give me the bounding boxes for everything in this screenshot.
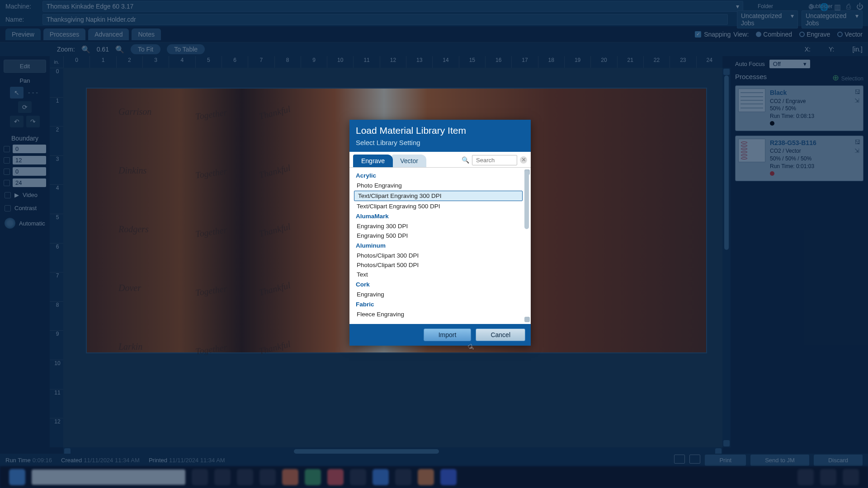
material-category: Cork — [353, 279, 527, 290]
list-scroll-down-icon[interactable] — [524, 317, 530, 322]
automatic-toggle[interactable]: Automatic — [4, 216, 46, 230]
processes-header: Processes — [735, 73, 767, 83]
zoom-in-icon[interactable]: 🔍 — [115, 45, 124, 54]
boundary-check-3[interactable] — [4, 180, 10, 186]
scroll-h-thumb[interactable] — [294, 449, 439, 454]
zoom-out-icon[interactable]: 🔍 — [81, 45, 90, 54]
boundary-input-1[interactable]: 12 — [13, 156, 46, 164]
window-controls: ⚙ 🌐 ▥ ⎙ ⏻ — [808, 3, 863, 11]
check-icon: ✓ — [695, 31, 701, 38]
process-card[interactable]: R238-G53-B116 CO2 / Vector 50% / 50% / 5… — [735, 136, 863, 181]
view-group: View: Combined Engrave Vector — [733, 31, 863, 38]
search-icon: 🔍 — [462, 156, 469, 164]
design-word: Together — [195, 225, 228, 239]
export-icon[interactable]: ⇲ — [854, 147, 860, 154]
search-clear-icon[interactable]: ✕ — [520, 156, 527, 164]
subfolder-select[interactable]: Uncategorized Jobs▾ — [802, 10, 863, 28]
search-input[interactable] — [472, 155, 517, 165]
process-thumb — [738, 89, 765, 112]
view-engrave[interactable]: Engrave — [799, 31, 830, 38]
design-word: Together — [195, 283, 228, 298]
folder-icon[interactable] — [689, 455, 700, 464]
process-name: Black — [770, 89, 814, 98]
zoom-to-fit[interactable]: To Fit — [131, 44, 160, 54]
scrollbar-vertical[interactable] — [722, 68, 731, 447]
list-scroll-thumb[interactable] — [524, 170, 529, 229]
tab-notes[interactable]: Notes — [132, 28, 161, 40]
print-button[interactable]: Print — [705, 455, 746, 466]
process-color-dot — [770, 121, 774, 126]
boundary-input-2[interactable]: 0 — [13, 167, 46, 176]
boundary-input-0[interactable]: 0 — [13, 145, 46, 153]
import-button[interactable]: Import — [424, 328, 472, 341]
design-word: Together — [195, 342, 228, 357]
modal-subtitle: Select Library Setting — [356, 139, 524, 146]
modal-tab-engrave[interactable]: Engrave — [353, 155, 393, 167]
material-item[interactable]: Fleece Engraving — [353, 310, 527, 319]
chart-icon[interactable]: ▥ — [834, 3, 841, 11]
scroll-down-icon[interactable] — [723, 440, 730, 446]
contrast-toggle[interactable]: Contrast — [4, 203, 46, 213]
undo-icon[interactable]: ↶ — [10, 116, 24, 127]
globe-icon[interactable]: 🌐 — [820, 3, 829, 11]
view-vector[interactable]: Vector — [837, 31, 863, 38]
send-button[interactable]: Send to JM — [750, 455, 809, 466]
add-process-icon[interactable]: ⊕ — [832, 73, 839, 82]
right-panel: Auto Focus Off▾ Processes ⊕ Selection Bl… — [731, 56, 868, 455]
redo-icon[interactable]: ↷ — [26, 116, 40, 127]
list-scrollbar[interactable] — [524, 170, 530, 321]
print-icon[interactable]: ⎙ — [846, 3, 851, 11]
save-icon[interactable]: 🖫 — [854, 139, 860, 145]
name-input[interactable]: Thanksgiving Napkin Holder.cdr — [42, 14, 728, 25]
process-card[interactable]: Black CO2 / Engrave 50% / 50% Run Time: … — [735, 85, 863, 131]
design-name: Dinkins — [118, 165, 146, 176]
discard-button[interactable]: Discard — [814, 455, 863, 466]
machine-label: Machine: — [5, 3, 37, 10]
modal-tab-vector[interactable]: Vector — [392, 155, 426, 167]
material-item[interactable]: Engraving 300 DPI — [353, 221, 527, 231]
material-item[interactable]: Engraving — [353, 290, 527, 299]
material-item[interactable]: Photo Engraving — [353, 181, 527, 190]
tab-preview[interactable]: Preview — [5, 28, 41, 40]
video-toggle[interactable]: ▶Video — [4, 190, 46, 200]
material-item[interactable]: Text — [353, 270, 527, 279]
design-word: Thankful — [258, 339, 292, 357]
material-item[interactable]: Engraving 500 DPI — [353, 231, 527, 240]
created-value: 11/11/2024 11:34 AM — [84, 457, 140, 464]
material-category: Acrylic — [353, 170, 527, 181]
design-word: Thankful — [258, 104, 292, 122]
material-category: Aluminum — [353, 240, 527, 251]
machine-select[interactable]: Thomas Kinkade Edge 60 3.17▾ — [42, 1, 743, 12]
process-color-dot — [770, 171, 774, 176]
left-panel: Edit Pan ↖ - - - ⟳ ↶ ↷ Boundary 0 12 0 2… — [0, 56, 50, 455]
process-sub: CO2 / Vector — [770, 147, 816, 155]
design-word: Thankful — [258, 280, 292, 298]
material-item[interactable]: Photos/Clipart 300 DPI — [353, 251, 527, 260]
tab-advanced[interactable]: Advanced — [88, 28, 129, 40]
tab-processes[interactable]: Processes — [43, 28, 85, 40]
cancel-button[interactable]: Cancel — [476, 328, 525, 341]
view-combined[interactable]: Combined — [756, 31, 792, 38]
auto-focus-select[interactable]: Off▾ — [769, 60, 810, 68]
boundary-input-3[interactable]: 24 — [13, 178, 46, 187]
save-icon[interactable]: 🖫 — [854, 89, 860, 95]
scroll-v-thumb[interactable] — [724, 75, 729, 250]
power-icon[interactable]: ⏻ — [856, 3, 863, 11]
pointer-icon[interactable]: ↖ — [10, 87, 24, 99]
boundary-check-2[interactable] — [4, 169, 10, 175]
edit-button[interactable]: Edit — [4, 60, 46, 73]
material-item[interactable]: Text/Clipart Engraving 500 DPI — [353, 202, 527, 211]
scroll-up-icon[interactable] — [723, 69, 730, 75]
boundary-check-1[interactable] — [4, 157, 10, 164]
material-item[interactable]: Text/Clipart Engraving 300 DPI — [354, 191, 523, 201]
folder-select[interactable]: Uncategorized Jobs▾ — [737, 10, 798, 28]
gear-icon[interactable]: ⚙ — [808, 3, 814, 11]
modal-title: Load Material Library Item — [356, 125, 524, 136]
export-icon[interactable]: ⇲ — [854, 97, 860, 104]
boundary-check-0[interactable] — [4, 146, 10, 152]
refresh-icon[interactable]: ⟳ — [18, 101, 32, 113]
snapping-toggle[interactable]: ✓ Snapping — [695, 31, 731, 38]
material-item[interactable]: Photos/Clipart 500 DPI — [353, 260, 527, 270]
folder-open-icon[interactable] — [674, 455, 685, 464]
zoom-to-table[interactable]: To Table — [167, 44, 205, 54]
